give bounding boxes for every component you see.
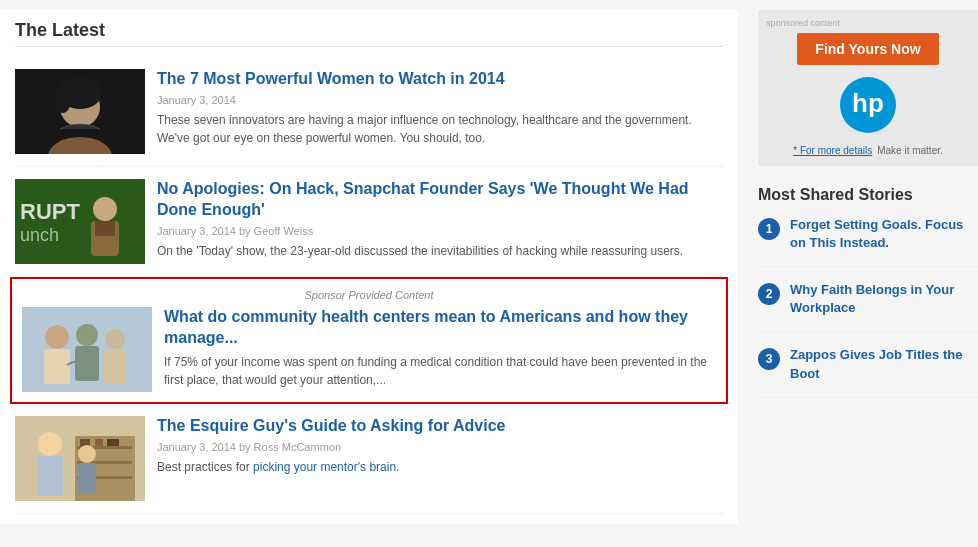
ad-footer-text: Make it matter. <box>877 145 943 156</box>
article-content: The Esquire Guy's Guide to Asking for Ad… <box>157 416 723 476</box>
find-yours-button[interactable]: Find yours now <box>797 33 938 65</box>
mentor-link[interactable]: picking your mentor's brain <box>253 460 396 474</box>
svg-rect-17 <box>75 346 99 381</box>
article-thumbnail: RUPT unch <box>15 179 145 264</box>
article-content: The 7 Most Powerful Women to Watch in 20… <box>157 69 723 147</box>
article-meta: January 3, 2014 <box>157 94 723 106</box>
ad-top-text: sponsored content <box>766 18 840 30</box>
sidebar: sponsored content Find yours now hp * Fo… <box>758 10 978 524</box>
article-title-link[interactable]: No Apologies: On Hack, Snapchat Founder … <box>157 179 723 221</box>
svg-point-6 <box>55 85 71 113</box>
article-content: No Apologies: On Hack, Snapchat Founder … <box>157 179 723 260</box>
svg-rect-29 <box>37 456 63 496</box>
shared-story-link[interactable]: Why Faith Belongs in Your Workplace <box>790 281 978 317</box>
svg-text:unch: unch <box>20 225 59 245</box>
article-meta: January 3, 2014 by Geoff Weiss <box>157 225 723 237</box>
article-item: The Esquire Guy's Guide to Asking for Ad… <box>15 404 723 514</box>
main-content: The Latest The 7 Most Powerful Women to … <box>0 10 738 524</box>
svg-rect-31 <box>78 463 96 493</box>
shared-rank: 2 <box>758 283 780 305</box>
shared-rank: 3 <box>758 348 780 370</box>
svg-point-30 <box>78 445 96 463</box>
shared-story-item: 2 Why Faith Belongs in Your Workplace <box>758 281 978 332</box>
svg-point-18 <box>105 329 125 349</box>
most-shared-title: Most Shared Stories <box>758 186 978 204</box>
shared-story-item: 1 Forget Setting Goals. Focus on This In… <box>758 216 978 267</box>
article-thumbnail <box>15 69 145 154</box>
article-title-link[interactable]: The Esquire Guy's Guide to Asking for Ad… <box>157 416 723 437</box>
article-meta: January 3, 2014 by Ross McCammon <box>157 441 723 453</box>
most-shared-section: Most Shared Stories 1 Forget Setting Goa… <box>758 186 978 398</box>
svg-point-28 <box>38 432 62 456</box>
article-excerpt: On the 'Today' show, the 23-year-old dis… <box>157 242 723 260</box>
svg-text:hp: hp <box>852 88 884 118</box>
shared-story-item: 3 Zappos Gives Job Titles the Boot <box>758 346 978 397</box>
sponsored-excerpt: If 75% of your income was spent on fundi… <box>164 353 716 389</box>
article-thumbnail <box>15 416 145 501</box>
svg-point-14 <box>45 325 69 349</box>
article-title-link[interactable]: The 7 Most Powerful Women to Watch in 20… <box>157 69 723 90</box>
sponsored-content: What do community health centers mean to… <box>164 307 716 392</box>
hp-logo: hp <box>838 75 898 135</box>
sponsored-article-item: Sponsor Provided Content <box>10 277 728 404</box>
article-excerpt: These seven innovators are having a majo… <box>157 111 723 147</box>
svg-rect-27 <box>107 439 119 446</box>
ad-details-link[interactable]: * For more details <box>793 145 872 156</box>
ad-footer: * For more details Make it matter. <box>793 145 943 156</box>
article-item: The 7 Most Powerful Women to Watch in 20… <box>15 57 723 167</box>
article-excerpt: Best practices for picking your mentor's… <box>157 458 723 476</box>
sidebar-ad: sponsored content Find yours now hp * Fo… <box>758 10 978 166</box>
svg-text:RUPT: RUPT <box>20 199 80 224</box>
section-title: The Latest <box>15 20 723 47</box>
svg-rect-12 <box>95 221 115 236</box>
sponsor-label: Sponsor Provided Content <box>22 289 716 301</box>
svg-rect-19 <box>104 349 126 384</box>
svg-point-16 <box>76 324 98 346</box>
svg-rect-25 <box>80 439 90 446</box>
svg-point-10 <box>93 197 117 221</box>
sponsored-thumbnail <box>22 307 152 392</box>
shared-rank: 1 <box>758 218 780 240</box>
shared-story-link[interactable]: Zappos Gives Job Titles the Boot <box>790 346 978 382</box>
shared-story-link[interactable]: Forget Setting Goals. Focus on This Inst… <box>790 216 978 252</box>
svg-rect-26 <box>95 439 103 446</box>
article-item: RUPT unch No Apologies: On Hack, Snapcha… <box>15 167 723 277</box>
sponsored-title-link[interactable]: What do community health centers mean to… <box>164 307 716 349</box>
svg-rect-15 <box>44 349 70 384</box>
